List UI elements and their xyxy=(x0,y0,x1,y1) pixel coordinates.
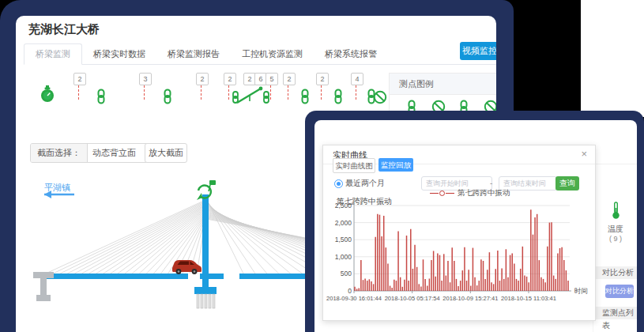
chart-legend-item[interactable]: 第七跨跨中振动 xyxy=(430,189,510,197)
sensor-link-icon[interactable] xyxy=(299,89,311,108)
sidebar-divider xyxy=(596,164,637,164)
svg-text:2018-10-05 05:17:54: 2018-10-05 05:17:54 xyxy=(385,295,441,302)
close-icon[interactable]: × xyxy=(581,149,587,160)
sensor-stopwatch-icon[interactable] xyxy=(38,84,57,108)
temperature-label: 温度 xyxy=(597,224,634,235)
tab-2[interactable]: 桥梁监测报告 xyxy=(156,44,231,64)
sensor-link-icon[interactable] xyxy=(95,89,107,108)
tab-4[interactable]: 桥梁系统报警 xyxy=(314,44,388,64)
section-chooser: 截面选择： 动态背立面 ▼ xyxy=(30,143,160,163)
left-abutment xyxy=(33,272,54,301)
sensor-count-badge: 2 xyxy=(196,73,209,85)
sensor-count-badge: 3 xyxy=(139,73,152,85)
tab-realtime-curve[interactable]: 实时曲线图 xyxy=(333,158,375,173)
svg-text:时间: 时间 xyxy=(574,287,588,295)
page-title: 芜湖长江大桥 xyxy=(28,22,100,37)
sensor-count-badge: 4 xyxy=(351,73,363,85)
last-two-months-radio[interactable] xyxy=(334,179,343,188)
sensor-marker-line xyxy=(270,85,271,100)
sensor-marker-line xyxy=(201,85,201,100)
compare-analysis-button[interactable]: 对比分析 xyxy=(605,285,634,298)
legend-line-icon xyxy=(446,193,454,194)
sensor-ban-icon[interactable] xyxy=(373,90,387,108)
query-button[interactable]: 查询 xyxy=(555,176,579,191)
svg-text:2018-09-30 16:01:44: 2018-09-30 16:01:44 xyxy=(326,295,382,302)
temperature-count: ( 9 ) xyxy=(597,235,634,243)
tab-bar: 桥梁监测桥梁实时数据桥梁监测报告工控机资源监测桥梁系统报警 xyxy=(24,46,496,65)
sensor-marker-line xyxy=(144,85,145,100)
tab-3[interactable]: 工控机资源监测 xyxy=(231,44,314,64)
svg-text:2,000: 2,000 xyxy=(335,219,352,227)
bridge-pylon xyxy=(202,194,209,288)
background-window-edge xyxy=(581,0,644,117)
modal-window: 温度 ( 9 ) 对比分析 对比分析 监测点列表 实时曲线 × 实时曲线图 监控… xyxy=(314,120,637,332)
svg-text:2,500: 2,500 xyxy=(335,202,352,209)
wind-sensor-icon xyxy=(197,180,216,200)
sensor-link-icon[interactable] xyxy=(161,89,174,108)
sensor-marker-line xyxy=(228,85,229,100)
sensor-marker-line xyxy=(78,85,79,100)
svg-text:1,500: 1,500 xyxy=(335,236,352,243)
sensor-count-badge: 2 xyxy=(283,73,296,85)
sensor-count-badge: 2 xyxy=(316,73,329,85)
range-separator: - xyxy=(490,179,492,187)
pylon-piles xyxy=(197,294,215,308)
screenshot-stage: 芜湖长江大桥 桥梁监测桥梁实时数据桥梁监测报告工控机资源监测桥梁系统报警 视频监… xyxy=(0,0,644,332)
sensor-count-badge: 2 xyxy=(73,73,86,85)
tab-1[interactable]: 桥梁实时数据 xyxy=(82,44,156,64)
sensor-marker-line xyxy=(356,85,356,100)
sensor-marker-line xyxy=(321,85,322,100)
compare-analysis-header: 对比分析 xyxy=(596,266,637,279)
svg-text:2018-10-09 15:27:41: 2018-10-09 15:27:41 xyxy=(443,295,499,302)
measure-point-list-header: 监测点列表 xyxy=(596,307,637,319)
realtime-curve-dialog: 实时曲线 × 实时曲线图 监控回放 最近两个月 - 查询 第七跨跨中振动 第七跨… xyxy=(322,145,596,321)
sensor-link-icon[interactable] xyxy=(332,89,345,108)
thermometer-icon xyxy=(611,201,621,220)
last-two-months-label: 最近两个月 xyxy=(345,178,385,189)
direction-arrow-icon xyxy=(44,191,74,198)
vibration-chart-canvas: 05001,0001,5002,0002,5002018-09-30 16:01… xyxy=(323,201,595,318)
legend-series-name: 第七跨跨中振动 xyxy=(458,188,510,198)
legend-line-icon xyxy=(430,193,439,194)
sensor-count-badge: 2 xyxy=(224,73,236,85)
sensor-count-badge: 5 xyxy=(266,73,278,85)
sensor-marker-line xyxy=(288,85,288,100)
svg-text:0: 0 xyxy=(348,287,352,295)
legend-panel-title: 测点图例 xyxy=(390,74,496,95)
video-monitor-button[interactable]: 视频监控 xyxy=(460,42,496,60)
section-select-value: 动态背立面 xyxy=(92,148,136,157)
svg-text:2018-10-15 11:03:41: 2018-10-15 11:03:41 xyxy=(501,295,557,302)
section-chooser-label: 截面选择： xyxy=(31,144,88,162)
sensor-cluster-icon[interactable] xyxy=(231,85,272,109)
enlarge-section-button[interactable]: 放大截面 xyxy=(145,143,187,163)
temperature-sensor-block[interactable]: 温度 ( 9 ) xyxy=(597,201,634,243)
tab-0[interactable]: 桥梁监测 xyxy=(24,43,82,65)
pylon-pile-cap xyxy=(194,287,217,294)
svg-text:1,000: 1,000 xyxy=(335,253,352,261)
svg-text:500: 500 xyxy=(341,270,352,277)
legend-circle-icon xyxy=(439,191,445,196)
tab-monitor-playback[interactable]: 监控回放 xyxy=(378,158,413,172)
